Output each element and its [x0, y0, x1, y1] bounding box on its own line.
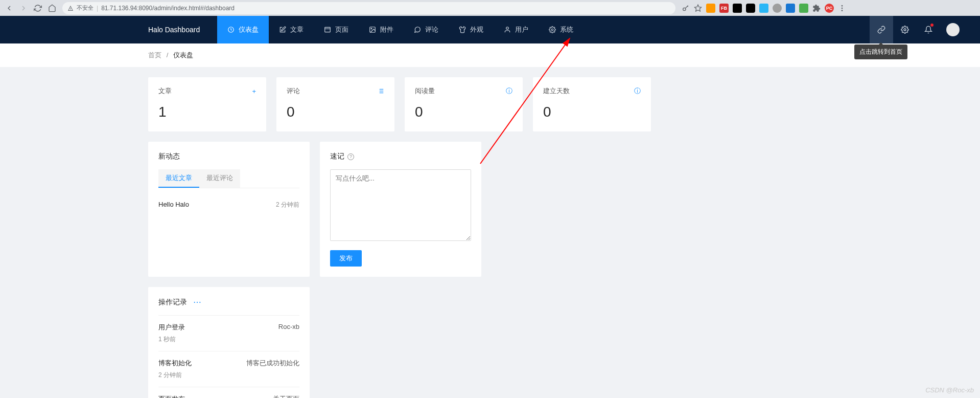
gear-icon: [901, 26, 909, 34]
skin-icon: [459, 26, 466, 33]
tooltip: 点击跳转到首页: [854, 45, 907, 59]
insecure-icon: [67, 5, 74, 11]
browser-extensions: FB PC: [682, 4, 846, 13]
home-icon[interactable]: [48, 4, 56, 12]
panel-quicknote: 速记 ? 发布: [320, 142, 481, 277]
star-icon[interactable]: [694, 4, 702, 12]
ext-icon[interactable]: [733, 4, 742, 13]
dashboard-icon: [227, 26, 235, 33]
panel-logs: 操作记录 ⋯ 用户登录1 秒前 Roc-xb 博客初始化2 分钟前 博客已成功初…: [148, 287, 310, 398]
breadcrumb-current: 仪表盘: [173, 51, 193, 59]
log-item: 用户登录1 秒前 Roc-xb: [158, 315, 299, 351]
svg-point-4: [842, 10, 843, 11]
help-icon[interactable]: ?: [347, 153, 354, 160]
svg-point-0: [683, 8, 686, 10]
brand-title: Halo Dashboard: [131, 26, 217, 34]
nav-pages[interactable]: 页面: [314, 16, 359, 43]
tab-recent-posts[interactable]: 最近文章: [158, 169, 199, 188]
svg-point-3: [842, 7, 843, 9]
notification-badge: [930, 23, 934, 27]
info-icon[interactable]: ⓘ: [506, 86, 512, 96]
info-icon[interactable]: ⓘ: [634, 86, 641, 96]
svg-rect-6: [325, 27, 331, 32]
link-button[interactable]: 点击跳转到首页: [870, 16, 893, 43]
ext-icon[interactable]: [759, 4, 768, 13]
nav-posts[interactable]: 文章: [269, 16, 314, 43]
nav-comments[interactable]: 评论: [404, 16, 449, 43]
log-item: 页面发布2 分钟前 关于页面: [158, 387, 299, 398]
more-icon[interactable]: ⋯: [193, 297, 202, 307]
edit-icon: [279, 26, 286, 33]
nav-appearance[interactable]: 外观: [449, 16, 494, 43]
reload-icon[interactable]: [34, 4, 42, 12]
breadcrumb-home[interactable]: 首页: [148, 51, 161, 59]
browser-toolbar: 不安全 | 81.71.136.94:8090/admin/index.html…: [0, 0, 980, 16]
nav-users[interactable]: 用户: [494, 16, 539, 43]
nav-dashboard[interactable]: 仪表盘: [217, 16, 269, 43]
list-item[interactable]: Hello Halo 2 分钟前: [158, 197, 299, 212]
panel-title: 新动态: [158, 152, 299, 161]
plus-icon[interactable]: +: [252, 87, 256, 95]
quicknote-textarea[interactable]: [330, 169, 471, 241]
ext-icon[interactable]: FB: [719, 4, 729, 13]
panel-trends: 新动态 最近文章 最近评论 Hello Halo 2 分钟前: [148, 142, 310, 277]
breadcrumb-bar: 首页 / 仪表盘: [0, 43, 980, 67]
publish-button[interactable]: 发布: [330, 250, 362, 267]
stat-card-views: 阅读量ⓘ 0: [405, 77, 523, 131]
log-item: 博客初始化2 分钟前 博客已成功初始化: [158, 351, 299, 387]
ext-icon[interactable]: [706, 4, 715, 13]
profile-icon[interactable]: PC: [825, 4, 834, 13]
top-navigation: Halo Dashboard 仪表盘 文章 页面 附件 评论 外观 用户: [0, 16, 980, 43]
svg-point-11: [551, 29, 553, 31]
avatar[interactable]: [946, 23, 960, 36]
stat-card-days: 建立天数ⓘ 0: [533, 77, 651, 131]
ext-icon[interactable]: [746, 4, 755, 13]
tab-recent-comments[interactable]: 最近评论: [199, 169, 240, 188]
puzzle-icon[interactable]: [812, 4, 821, 12]
svg-point-12: [904, 29, 906, 31]
panel-title: 操作记录 ⋯: [158, 297, 299, 307]
url-text: 81.71.136.94:8090/admin/index.html#/dash…: [101, 5, 235, 12]
svg-point-10: [506, 27, 509, 30]
ext-icon[interactable]: [786, 4, 795, 13]
list-icon[interactable]: [377, 87, 384, 95]
nav-attachments[interactable]: 附件: [359, 16, 404, 43]
settings-button[interactable]: [893, 16, 917, 43]
stat-card-comments: 评论 0: [276, 77, 394, 131]
page-icon: [324, 26, 331, 33]
forward-icon[interactable]: [19, 4, 28, 12]
panel-title: 速记 ?: [330, 152, 471, 161]
watermark: CSDN @Roc-xb: [925, 386, 974, 394]
menu-icon[interactable]: [838, 4, 846, 12]
svg-marker-1: [694, 5, 701, 11]
notification-button[interactable]: [917, 16, 940, 43]
back-icon[interactable]: [5, 4, 13, 12]
user-icon: [504, 26, 511, 33]
stat-card-posts: 文章+ 1: [148, 77, 266, 131]
svg-point-2: [842, 5, 843, 7]
address-bar[interactable]: 不安全 | 81.71.136.94:8090/admin/index.html…: [62, 2, 675, 14]
image-icon: [369, 26, 376, 33]
key-icon[interactable]: [682, 4, 690, 12]
security-label: 不安全: [77, 4, 94, 12]
comment-icon: [414, 26, 421, 33]
gear-icon: [549, 26, 556, 33]
svg-point-9: [371, 28, 372, 29]
link-icon: [877, 26, 885, 34]
ext-icon[interactable]: [799, 4, 808, 13]
ext-icon[interactable]: [773, 4, 782, 13]
nav-system[interactable]: 系统: [539, 16, 584, 43]
